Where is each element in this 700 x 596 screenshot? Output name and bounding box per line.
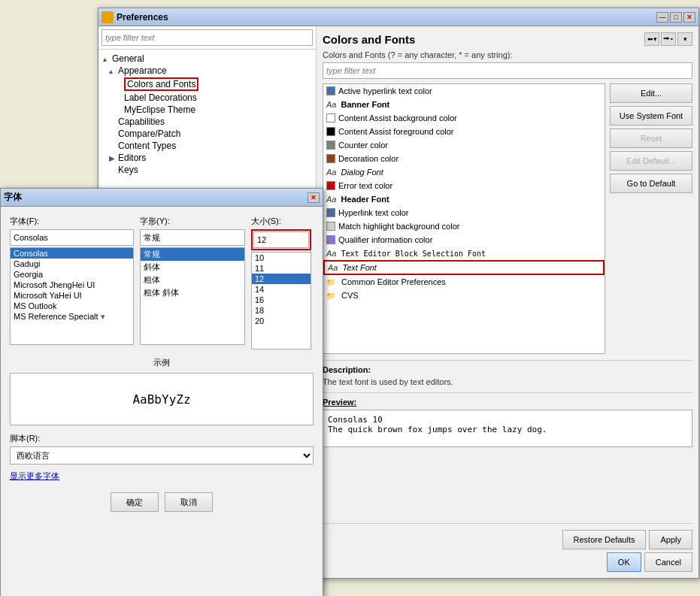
color-label-counter: Counter color [338,141,388,150]
font-family-item-reference[interactable]: MS Reference Specialt ▾ [11,311,133,322]
prefs-bottom-buttons: Restore Defaults Apply [323,523,692,549]
font-more-link[interactable]: 显示更多字体 [10,470,314,482]
color-item-decoration[interactable]: Decoration color [323,152,605,165]
tree-label-colors-and-fonts: Colors and Fonts [124,77,198,91]
font-size-item-11[interactable]: 11 [252,263,311,274]
color-item-common-editor[interactable]: 📁 Common Editor Preferences [323,275,605,289]
color-item-dialog-font[interactable]: Aa Dialog Font [323,165,605,179]
tree-item-general[interactable]: ▴ General [102,53,313,65]
font-dialog: 字体 ✕ 字体(F): Consolas Gadugi Georgia Micr… [0,188,323,596]
go-to-default-button[interactable]: Go to Default [610,174,692,193]
color-item-content-assist-bg[interactable]: Content Assist background color [323,111,605,125]
font-script-select[interactable]: 西欧语言 [10,446,314,464]
aa-header: Aa [326,195,336,204]
tree-item-compare-patch[interactable]: Compare/Patch [108,128,313,140]
font-family-item-outlook[interactable]: MS Outlook [11,301,133,311]
tree-item-myeclipse-theme[interactable]: MyEclipse Theme [114,104,313,116]
font-style-item-italic[interactable]: 斜体 [141,261,244,274]
color-label-hyperlink: Hyperlink text color [338,208,409,217]
font-family-item-georgia[interactable]: Georgia [11,269,133,280]
forward-button[interactable]: ⮕▾ [661,32,676,46]
prefs-filter-input[interactable] [102,29,313,46]
color-item-block-selection[interactable]: Aa Text Editor Block Selection Font [323,247,605,260]
font-style-item-bold[interactable]: 粗体 [141,274,244,286]
restore-defaults-button[interactable]: Restore Defaults [562,530,647,549]
font-size-label: 大小(S): [251,216,311,227]
color-item-text-font[interactable]: Aa Text Font [323,260,605,275]
font-style-label: 字形(Y): [140,216,245,227]
font-script-row: 脚本(R): 西欧语言 [10,433,314,464]
menu-button[interactable]: ▾ [677,32,692,46]
font-style-input[interactable] [140,229,245,246]
font-family-item-consolas[interactable]: Consolas [11,248,133,259]
color-item-qualifier[interactable]: Qualifier information color [323,233,605,247]
color-item-header-font[interactable]: Aa Header Font [323,192,605,206]
font-size-col: 大小(S): 10 11 12 14 16 18 20 [251,216,311,349]
preview-label: Preview: [323,398,692,407]
use-system-font-button[interactable]: Use System Font [610,106,692,126]
color-item-counter[interactable]: Counter color [323,138,605,152]
font-size-item-16[interactable]: 16 [252,295,311,305]
tree-item-content-types[interactable]: Content Types [108,140,313,152]
font-style-item-regular[interactable]: 常规 [141,248,244,261]
color-item-hyperlink[interactable]: Hyperlink text color [323,206,605,219]
tree-item-appearance[interactable]: ▴ Appearance [108,65,313,77]
font-size-input[interactable] [253,231,309,248]
font-preview-box: AaBbYyZz [10,373,314,425]
apply-button[interactable]: Apply [649,530,692,549]
color-label-content-assist-bg: Content Assist background color [338,113,457,123]
font-size-input-box [251,229,311,250]
prefs-right-desc: Colors and Fonts (? = any character, * =… [323,50,692,59]
font-close-button[interactable]: ✕ [308,192,320,203]
color-item-content-assist-fg[interactable]: Content Assist foreground color [323,125,605,138]
tree-item-editors[interactable]: ▶ Editors [108,152,313,164]
color-item-active-hyperlink[interactable]: Active hyperlink text color [323,84,605,98]
cancel-button[interactable]: Cancel [644,552,692,572]
font-size-item-14[interactable]: 14 [252,284,311,295]
back-button[interactable]: ⬅▾ [644,32,659,46]
color-item-banner-font[interactable]: Aa Banner Font [323,98,605,111]
restore-button[interactable]: □ [670,12,682,23]
font-family-list: Consolas Gadugi Georgia Microsoft JhengH… [10,247,134,345]
font-size-item-18[interactable]: 18 [252,305,311,316]
font-size-item-12[interactable]: 12 [252,274,311,284]
tree-item-keys[interactable]: Keys [108,164,313,176]
font-ok-button[interactable]: 确定 [111,492,159,512]
font-family-item-yahei[interactable]: Microsoft YaHei UI [11,290,133,301]
font-family-input[interactable] [10,229,134,246]
font-style-item-bold-italic[interactable]: 粗体 斜体 [141,286,244,299]
edit-button[interactable]: Edit... [610,83,692,103]
reset-button[interactable]: Reset [610,129,692,148]
edit-default-button[interactable]: Edit Default... [610,151,692,171]
color-label-dialog-font: Dialog Font [341,168,383,177]
color-item-cvs[interactable]: 📁 CVS [323,289,605,302]
preview-box: Consolas 10 The quick brown fox jumps ov… [323,410,692,447]
color-label-content-assist-fg: Content Assist foreground color [338,127,453,136]
color-label-error: Error text color [338,181,392,190]
ok-button[interactable]: OK [607,552,641,572]
prefs-left-filter [98,26,316,50]
folder-icon-cvs: 📁 [326,292,335,300]
font-cancel-button[interactable]: 取消 [165,492,213,512]
description-label: Description: [323,365,692,374]
tree-item-colors-and-fonts[interactable]: Colors and Fonts [114,77,313,92]
close-button[interactable]: ✕ [683,12,695,23]
color-item-match-highlight[interactable]: Match highlight background color [323,219,605,233]
color-swatch-content-bg [326,113,335,123]
prefs-right-panel: Colors and Fonts ⬅▾ ⮕▾ ▾ Colors and Font… [317,26,698,578]
font-family-col: 字体(F): Consolas Gadugi Georgia Microsoft… [10,216,134,349]
font-dialog-title: 字体 [4,191,22,204]
font-family-item-gadugi[interactable]: Gadugi [11,259,133,269]
font-size-item-20[interactable]: 20 [252,316,311,326]
font-style-col: 字形(Y): 常规 斜体 粗体 粗体 斜体 [140,216,245,349]
font-family-item-jhengui[interactable]: Microsoft JhengHei UI [11,280,133,290]
minimize-button[interactable]: — [656,12,668,23]
prefs-right-filter-input[interactable] [323,62,692,79]
font-size-item-10[interactable]: 10 [252,253,311,263]
color-swatch-counter [326,141,335,150]
tree-item-label-decorations[interactable]: Label Decorations [114,92,313,104]
tree-label-editors: Editors [118,153,146,163]
color-item-error[interactable]: Error text color [323,179,605,192]
color-label-header-font: Header Font [341,195,389,204]
tree-item-capabilities[interactable]: Capabilities [108,116,313,128]
